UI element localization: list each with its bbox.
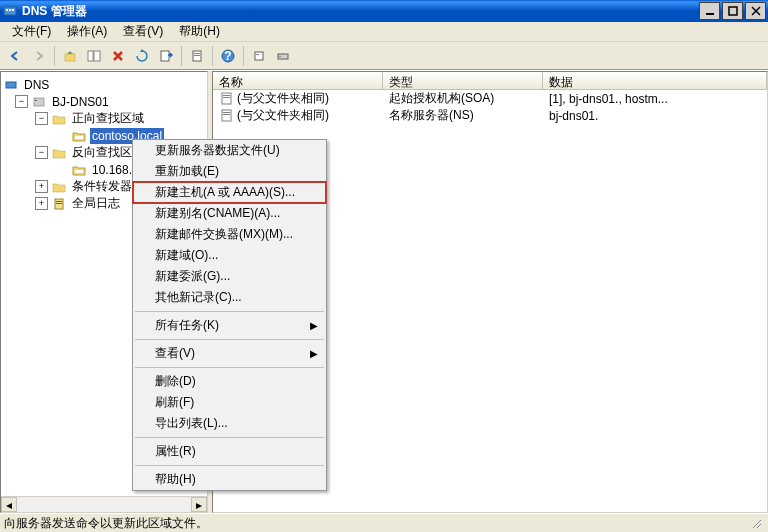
scroll-left-button[interactable]: ◂ bbox=[1, 497, 17, 512]
cell-name: (与父文件夹相同) bbox=[213, 107, 383, 124]
scroll-right-button[interactable]: ▸ bbox=[191, 497, 207, 512]
cell-type: 起始授权机构(SOA) bbox=[383, 90, 543, 107]
collapse-icon[interactable]: − bbox=[35, 146, 48, 159]
submenu-arrow-icon: ▶ bbox=[310, 320, 318, 331]
filter-button[interactable] bbox=[248, 45, 270, 67]
statusbar: 向服务器发送命令以更新此区域文件。 bbox=[0, 513, 768, 532]
menubar: 文件(F) 操作(A) 查看(V) 帮助(H) bbox=[0, 22, 768, 42]
back-button[interactable] bbox=[4, 45, 26, 67]
collapse-icon[interactable]: − bbox=[15, 95, 28, 108]
svg-rect-11 bbox=[194, 53, 200, 54]
toolbar-separator bbox=[181, 46, 182, 66]
svg-rect-26 bbox=[56, 203, 62, 204]
close-button[interactable] bbox=[745, 2, 766, 20]
list-row[interactable]: (与父文件夹相同) 名称服务器(NS) bj-dns01. bbox=[213, 107, 767, 124]
ctx-separator bbox=[135, 437, 324, 438]
window-controls bbox=[699, 2, 766, 20]
ctx-separator bbox=[135, 311, 324, 312]
svg-rect-12 bbox=[194, 55, 200, 56]
svg-text:?: ? bbox=[224, 49, 231, 63]
tree-label: 全局日志 bbox=[70, 194, 122, 213]
submenu-arrow-icon: ▶ bbox=[310, 348, 318, 359]
cell-data: bj-dns01. bbox=[543, 109, 767, 123]
refresh-button[interactable] bbox=[131, 45, 153, 67]
ctx-new-cname[interactable]: 新建别名(CNAME)(A)... bbox=[133, 203, 326, 224]
toolbar-separator bbox=[243, 46, 244, 66]
ctx-new-mx[interactable]: 新建邮件交换器(MX)(M)... bbox=[133, 224, 326, 245]
ctx-new-delegation[interactable]: 新建委派(G)... bbox=[133, 266, 326, 287]
cell-type: 名称服务器(NS) bbox=[383, 107, 543, 124]
folder-icon bbox=[51, 111, 67, 127]
show-hide-button[interactable] bbox=[83, 45, 105, 67]
list-row[interactable]: (与父文件夹相同) 起始授权机构(SOA) [1], bj-dns01., ho… bbox=[213, 90, 767, 107]
properties-button[interactable] bbox=[186, 45, 208, 67]
help-button[interactable]: ? bbox=[217, 45, 239, 67]
menu-view[interactable]: 查看(V) bbox=[115, 21, 171, 42]
up-button[interactable] bbox=[59, 45, 81, 67]
column-type[interactable]: 类型 bbox=[383, 72, 543, 89]
export-button[interactable] bbox=[155, 45, 177, 67]
expand-icon[interactable]: + bbox=[35, 180, 48, 193]
menu-action[interactable]: 操作(A) bbox=[59, 21, 115, 42]
tree-label: 正向查找区域 bbox=[70, 109, 146, 128]
dns-button[interactable] bbox=[272, 45, 294, 67]
scrollbar-horizontal[interactable]: ◂ ▸ bbox=[1, 496, 207, 512]
svg-rect-2 bbox=[9, 9, 11, 11]
toolbar-separator bbox=[54, 46, 55, 66]
tree-root-dns[interactable]: DNS bbox=[3, 76, 205, 93]
menu-help[interactable]: 帮助(H) bbox=[171, 21, 228, 42]
titlebar: DNS 管理器 bbox=[0, 0, 768, 22]
record-icon bbox=[219, 92, 233, 106]
ctx-export[interactable]: 导出列表(L)... bbox=[133, 413, 326, 434]
status-text: 向服务器发送命令以更新此区域文件。 bbox=[4, 515, 748, 532]
tree-server[interactable]: − BJ-DNS01 bbox=[3, 93, 205, 110]
resize-grip[interactable] bbox=[748, 515, 764, 531]
cell-data: [1], bj-dns01., hostm... bbox=[543, 92, 767, 106]
ctx-new-host[interactable]: 新建主机(A 或 AAAA)(S)... bbox=[133, 182, 326, 203]
ctx-other-records[interactable]: 其他新记录(C)... bbox=[133, 287, 326, 308]
svg-rect-7 bbox=[88, 51, 93, 61]
minimize-button[interactable] bbox=[699, 2, 720, 20]
column-name[interactable]: 名称 bbox=[213, 72, 383, 89]
scroll-track[interactable] bbox=[17, 497, 191, 512]
svg-rect-30 bbox=[222, 110, 231, 121]
toolbar: ? bbox=[0, 42, 768, 70]
ctx-separator bbox=[135, 465, 324, 466]
svg-rect-29 bbox=[223, 97, 230, 98]
log-icon bbox=[51, 196, 67, 212]
ctx-separator bbox=[135, 339, 324, 340]
tree-label: DNS bbox=[22, 77, 51, 93]
svg-point-18 bbox=[279, 55, 281, 57]
ctx-all-tasks[interactable]: 所有任务(K)▶ bbox=[133, 315, 326, 336]
server-icon bbox=[31, 94, 47, 110]
svg-rect-31 bbox=[223, 112, 230, 113]
svg-rect-9 bbox=[161, 51, 169, 61]
zone-icon bbox=[71, 162, 87, 178]
menu-file[interactable]: 文件(F) bbox=[4, 21, 59, 42]
list-rows: (与父文件夹相同) 起始授权机构(SOA) [1], bj-dns01., ho… bbox=[213, 90, 767, 124]
svg-rect-15 bbox=[255, 52, 263, 60]
ctx-reload[interactable]: 重新加载(E) bbox=[133, 161, 326, 182]
forward-button[interactable] bbox=[28, 45, 50, 67]
svg-rect-20 bbox=[34, 98, 44, 106]
ctx-view[interactable]: 查看(V)▶ bbox=[133, 343, 326, 364]
dns-icon bbox=[3, 77, 19, 93]
ctx-update-file[interactable]: 更新服务器数据文件(U) bbox=[133, 140, 326, 161]
collapse-icon[interactable]: − bbox=[35, 112, 48, 125]
ctx-new-domain[interactable]: 新建域(O)... bbox=[133, 245, 326, 266]
svg-rect-25 bbox=[56, 201, 62, 202]
column-data[interactable]: 数据 bbox=[543, 72, 767, 89]
tree-forward-zone[interactable]: − 正向查找区域 bbox=[3, 110, 205, 127]
ctx-help[interactable]: 帮助(H) bbox=[133, 469, 326, 490]
svg-rect-27 bbox=[222, 93, 231, 104]
ctx-refresh[interactable]: 刷新(F) bbox=[133, 392, 326, 413]
svg-rect-28 bbox=[223, 95, 230, 96]
svg-rect-21 bbox=[35, 100, 37, 101]
ctx-properties[interactable]: 属性(R) bbox=[133, 441, 326, 462]
ctx-delete[interactable]: 删除(D) bbox=[133, 371, 326, 392]
record-icon bbox=[219, 109, 233, 123]
maximize-button[interactable] bbox=[722, 2, 743, 20]
delete-button[interactable] bbox=[107, 45, 129, 67]
expand-icon[interactable]: + bbox=[35, 197, 48, 210]
svg-rect-4 bbox=[706, 13, 714, 15]
